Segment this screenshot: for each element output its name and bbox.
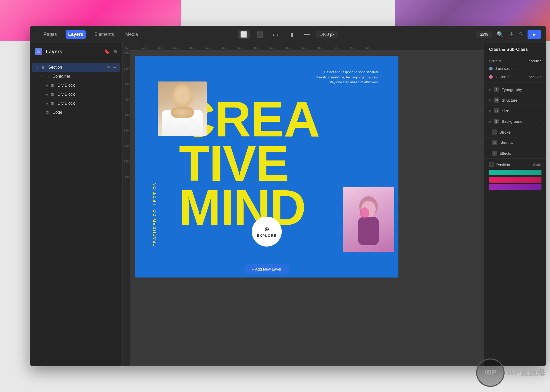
add-new-layer-button[interactable]: + Add New Layer <box>244 264 289 274</box>
device-tablet-portrait[interactable]: ⬛ <box>254 30 266 39</box>
add-sub-label[interactable]: Add Sub <box>529 75 541 79</box>
effects-label: Effects <box>499 151 541 156</box>
person1-hands <box>171 107 194 118</box>
device-tablet-landscape[interactable]: ▭ <box>270 30 282 39</box>
hero-image-2-inner <box>343 187 394 252</box>
ruler-mark: 800 <box>365 46 381 49</box>
nav-layers[interactable]: Layers <box>66 30 86 39</box>
background-icon: ◧ <box>494 119 499 124</box>
wp-logo-circle: WP <box>476 358 505 387</box>
shadow-label: Shadow <box>499 141 541 145</box>
color-bar-teal <box>489 170 541 175</box>
more-icon[interactable]: ••• <box>112 65 116 69</box>
panel-row-effects[interactable]: ✦ Effects <box>484 148 546 159</box>
section-divider <box>484 83 546 83</box>
class-badge-droip[interactable]: droip-section <box>484 64 546 73</box>
expand-arrow-container: ▾ <box>40 75 44 78</box>
tree-item-section[interactable]: ▾ ⊞ Section 👁 ••• <box>32 63 120 72</box>
selector-value: Inheriting <box>528 59 541 63</box>
code-label: Code <box>52 110 116 115</box>
tree-item-div-block-2[interactable]: ▶ ⊟ Div Block <box>32 90 120 99</box>
tree-item-container[interactable]: ▾ ▭ Container <box>32 72 120 81</box>
ruler-mark: 600 <box>301 46 317 49</box>
div-block-1-label: Div Block <box>58 83 116 88</box>
ruler-mark: 50 <box>125 46 141 49</box>
visibility-toggle[interactable]: 👁 <box>107 65 110 69</box>
publish-button[interactable]: ▶ <box>528 30 541 39</box>
container-label: Container <box>52 74 116 79</box>
creative-line2: TIVE <box>179 141 320 186</box>
ruler-mark: 400 <box>237 46 253 49</box>
svg-point-3 <box>360 207 369 219</box>
tree-item-code[interactable]: ⊡ Code <box>32 108 120 117</box>
div-block-3-label: Div Block <box>58 101 116 106</box>
search-icon[interactable]: 🔍 <box>497 31 504 38</box>
more-options-btn[interactable]: ••• <box>302 30 312 39</box>
position-section: ⊕ Position Static <box>484 159 546 193</box>
class-dot-pink <box>489 75 493 79</box>
zoom-display[interactable]: 63% <box>476 31 492 38</box>
position-color-bars <box>489 170 541 190</box>
help-icon[interactable]: ? <box>519 31 522 38</box>
canvas-viewport[interactable]: Detect and respond to sophisticated thre… <box>130 51 484 366</box>
layers-tree: ▾ ⊞ Section 👁 ••• ▾ ▭ Container ▶ <box>30 59 122 366</box>
right-sidebar-header: Class & Sub-Class <box>484 43 546 56</box>
tree-item-div-block-1[interactable]: ▶ ⊟ Div Block <box>32 81 120 90</box>
sidebar-title: Layers <box>46 49 62 55</box>
nav-pages[interactable]: Pages <box>41 30 59 39</box>
nav-elements[interactable]: Elements <box>92 30 116 39</box>
bookmark-icon[interactable]: 🔖 <box>104 49 110 54</box>
ruler-vertical: 100 200 300 400 500 600 700 800 900 <box>123 51 130 366</box>
div-icon-2: ⊟ <box>51 92 56 96</box>
expand-arrow-div2: ▶ <box>45 93 49 96</box>
person1-head <box>172 84 193 107</box>
typography-icon: T <box>494 87 499 92</box>
stroke-label: Stroke <box>499 130 541 134</box>
size-label: Size <box>502 109 541 113</box>
class-name-section2: section 2 <box>495 75 509 79</box>
ruler-horizontal: 50 100 150 200 250 300 350 400 450 500 5… <box>123 43 484 51</box>
tree-item-div-block-3[interactable]: ▶ ⊟ Div Block <box>32 99 120 108</box>
panel-row-size[interactable]: ▶ ◻ Size <box>484 105 546 116</box>
expand-size: ▶ <box>489 109 491 112</box>
panel-row-structure[interactable]: ▶ ⊞ Structure <box>484 95 546 105</box>
panel-row-stroke[interactable]: — Stroke <box>484 127 546 137</box>
class-name-droip: droip-section <box>495 67 515 71</box>
ruler-mark: 350 <box>221 46 237 49</box>
class-dot-blue <box>489 67 493 70</box>
sidebar-header: ⧉ Layers 🔖 ⊕ <box>30 43 122 59</box>
device-mobile[interactable]: ▮ <box>286 30 298 39</box>
featured-text: FEATURED COLLECTION <box>153 182 157 247</box>
panel-row-background[interactable]: ▶ ◧ Background + <box>484 116 546 127</box>
ruler-mark: 250 <box>189 46 205 49</box>
shadow-icon: ◫ <box>492 140 497 145</box>
color-bar-pink <box>489 177 541 183</box>
selector-label: Selector <box>489 59 501 63</box>
ruler-mark: 650 <box>317 46 333 49</box>
ruler-mark: 150 <box>157 46 173 49</box>
canvas-wrapper: 100 200 300 400 500 600 700 800 900 <box>123 51 484 366</box>
container-icon: ▭ <box>46 74 50 78</box>
class-badge-section2[interactable]: section 2 Add Sub <box>484 73 546 81</box>
ruler-mark: 100 <box>141 46 157 49</box>
ruler-mark: 500 <box>269 46 285 49</box>
panel-row-typography[interactable]: ▶ T Typography <box>484 84 546 95</box>
position-icon: ⊕ <box>489 162 494 167</box>
expand-typography: ▶ <box>489 88 491 91</box>
structure-label: Structure <box>502 98 541 102</box>
position-label: Position <box>496 162 510 167</box>
expand-arrow-div3: ▶ <box>45 102 49 105</box>
add-background-btn[interactable]: + <box>539 119 541 124</box>
position-header: ⊕ Position Static <box>489 162 541 167</box>
panel-row-shadow[interactable]: ◫ Shadow <box>484 137 546 148</box>
settings-icon[interactable]: ⊕ <box>113 49 117 54</box>
color-bar-purple <box>489 184 541 190</box>
size-icon: ◻ <box>494 108 499 113</box>
device-desktop[interactable]: ⬜ <box>238 30 250 39</box>
selector-row: Selector Inheriting <box>484 56 546 64</box>
explore-button[interactable]: ⊕ EXPLORE <box>252 217 282 247</box>
structure-icon: ⊞ <box>494 97 499 103</box>
top-bar: Pages Layers Elements Media ⬜ ⬛ ▭ ▮ ••• … <box>30 26 546 43</box>
warning-icon[interactable]: ⚠ <box>509 31 514 38</box>
ruler-mark: 200 <box>173 46 189 49</box>
